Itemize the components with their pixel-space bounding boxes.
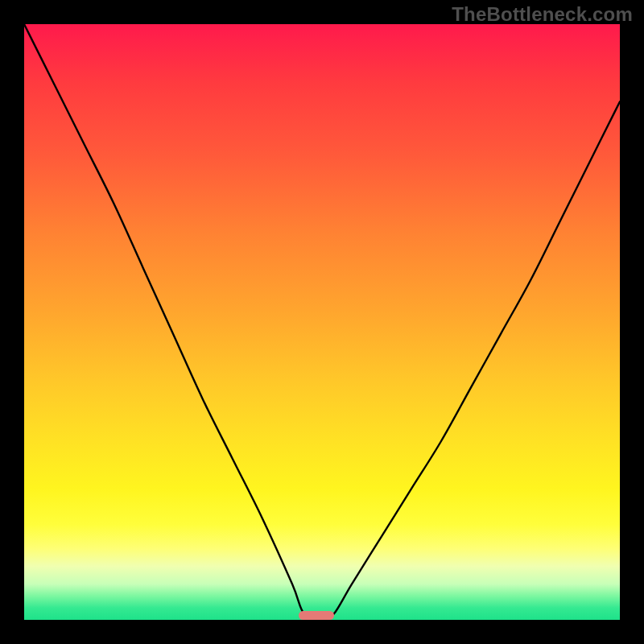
valley-marker (299, 611, 334, 620)
watermark-text: TheBottleneck.com (452, 3, 633, 26)
bottleneck-curve-path (24, 24, 620, 620)
bottleneck-curve (24, 24, 620, 620)
plot-area (24, 24, 620, 620)
chart-frame: TheBottleneck.com (0, 0, 644, 644)
